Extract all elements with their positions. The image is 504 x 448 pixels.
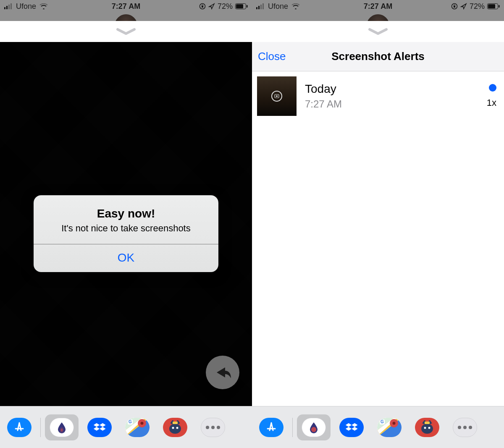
- location-arrow-icon: [208, 3, 215, 10]
- app-cat-game[interactable]: [158, 414, 192, 440]
- svg-rect-20: [260, 5, 262, 9]
- more-dot-icon: [469, 426, 472, 429]
- svg-rect-23: [454, 6, 455, 8]
- alert-row-count: 1x: [487, 97, 496, 108]
- phone-left: Ufone 7:27 AM: [0, 0, 252, 448]
- sheet-handle[interactable]: [252, 21, 504, 42]
- app-google-maps[interactable]: G: [121, 414, 154, 440]
- battery-icon: [235, 3, 248, 9]
- svg-rect-2: [8, 5, 10, 9]
- alert-title: Easy now!: [42, 207, 210, 220]
- battery-percent-label: 72%: [470, 2, 485, 11]
- app-appstore[interactable]: [255, 414, 288, 440]
- screenshot-badge-icon: [271, 91, 282, 102]
- alerts-header: Close Screenshot Alerts: [252, 42, 504, 71]
- svg-rect-7: [236, 4, 243, 8]
- chevron-down-icon: [368, 28, 388, 35]
- battery-icon: [487, 3, 500, 9]
- alert-message: It's not nice to take screenshots: [42, 223, 210, 234]
- svg-point-11: [141, 422, 144, 424]
- more-dot-icon: [463, 426, 467, 429]
- more-dot-icon: [211, 426, 215, 429]
- app-screenshot-app[interactable]: [45, 414, 79, 440]
- location-arrow-icon: [460, 3, 467, 10]
- app-screenshot-app[interactable]: [297, 414, 331, 440]
- svg-point-35: [421, 424, 433, 434]
- svg-rect-0: [4, 7, 5, 9]
- avatar: [115, 14, 137, 21]
- app-cat-game[interactable]: [410, 414, 444, 440]
- more-dot-icon: [206, 426, 209, 429]
- cell-signal-icon: [4, 3, 13, 9]
- svg-rect-15: [173, 422, 178, 424]
- status-bar: Ufone 7:27 AM: [0, 0, 252, 13]
- svg-text:G: G: [381, 419, 384, 424]
- wifi-icon: [291, 3, 300, 9]
- status-bar: Ufone 7:27 AM: [252, 0, 504, 13]
- alerts-view: Close Screenshot Alerts Today: [252, 42, 504, 406]
- alert-row[interactable]: Today 7:27 AM 1x: [252, 71, 504, 121]
- clock-label: 7:27 AM: [112, 2, 140, 11]
- alerts-title: Screenshot Alerts: [252, 50, 504, 63]
- battery-percent-label: 72%: [218, 2, 233, 11]
- app-appstore[interactable]: [3, 414, 36, 440]
- phone-right: Ufone 7:27 AM: [252, 0, 504, 448]
- svg-point-32: [393, 422, 396, 424]
- more-dot-icon: [217, 426, 220, 429]
- svg-rect-8: [247, 5, 248, 8]
- close-button[interactable]: Close: [258, 50, 286, 63]
- unread-dot-icon: [489, 84, 496, 92]
- svg-rect-26: [499, 5, 500, 8]
- svg-point-29: [311, 427, 316, 432]
- reply-arrow-icon: [213, 365, 232, 380]
- app-drawer[interactable]: G: [0, 406, 252, 448]
- app-more[interactable]: [196, 414, 230, 440]
- contact-strip: [252, 13, 504, 21]
- app-more[interactable]: [448, 414, 482, 440]
- svg-point-14: [169, 424, 181, 434]
- svg-rect-5: [202, 6, 203, 8]
- svg-rect-21: [262, 3, 264, 9]
- chevron-down-icon: [116, 28, 136, 35]
- contact-strip: [0, 13, 252, 21]
- drawer-divider: [40, 418, 41, 437]
- app-drawer[interactable]: G: [252, 406, 504, 448]
- alert-thumb: [257, 76, 297, 116]
- svg-point-16: [172, 427, 174, 429]
- svg-rect-28: [276, 96, 278, 97]
- svg-point-37: [424, 427, 426, 429]
- svg-point-38: [428, 427, 430, 429]
- cell-signal-icon: [256, 3, 265, 9]
- sheet-handle[interactable]: [0, 21, 252, 42]
- alert-dialog: Easy now! It's not nice to take screensh…: [34, 195, 218, 272]
- svg-rect-19: [258, 6, 260, 9]
- app-google-maps[interactable]: G: [373, 414, 406, 440]
- avatar: [367, 14, 389, 21]
- carrier-label: Ufone: [16, 2, 36, 11]
- wifi-icon: [39, 3, 48, 9]
- drawer-divider: [292, 418, 293, 437]
- app-dropbox[interactable]: [83, 414, 116, 440]
- alert-row-time: 7:27 AM: [305, 98, 478, 110]
- alerts-list[interactable]: Today 7:27 AM 1x: [252, 71, 504, 406]
- more-dot-icon: [458, 426, 461, 429]
- reply-button[interactable]: [206, 356, 239, 389]
- svg-text:G: G: [129, 419, 132, 424]
- svg-rect-18: [256, 7, 257, 9]
- svg-rect-25: [488, 4, 495, 8]
- alert-ok-button[interactable]: OK: [34, 244, 218, 272]
- svg-rect-3: [10, 3, 12, 9]
- svg-rect-1: [6, 6, 8, 9]
- rotation-lock-icon: [451, 3, 458, 10]
- carrier-label: Ufone: [268, 2, 288, 11]
- svg-point-17: [176, 427, 178, 429]
- rotation-lock-icon: [199, 3, 206, 10]
- alert-row-title: Today: [305, 82, 478, 96]
- clock-label: 7:27 AM: [364, 2, 392, 11]
- svg-rect-36: [425, 422, 430, 424]
- app-dropbox[interactable]: [335, 414, 368, 440]
